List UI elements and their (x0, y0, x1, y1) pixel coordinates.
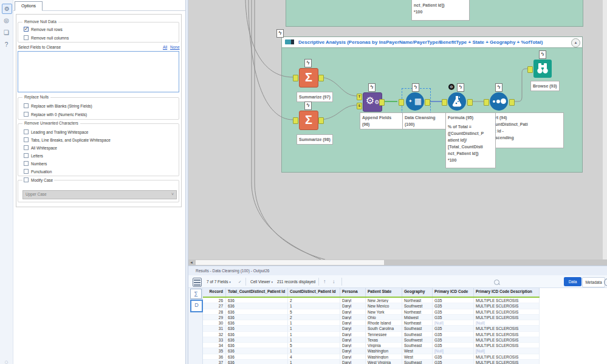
checkbox-icon[interactable] (24, 177, 29, 182)
input-anchor[interactable] (293, 117, 298, 124)
column-header[interactable]: Primary ICD Code (433, 288, 474, 297)
table-row: 356361DarylWashingtonWest[Null][Null] (203, 348, 540, 354)
apply-icon[interactable]: ✓ (238, 275, 241, 288)
checkbox-icon[interactable] (24, 112, 29, 117)
workflow-canvas[interactable]: nct_Patient Id]) *100 ϟ Descriptive Anal… (188, 0, 607, 259)
output-anchor[interactable] (509, 99, 515, 106)
checkbox-remove-null-rows[interactable]: Remove null rows (24, 27, 63, 32)
checkbox-all-whitespace[interactable]: All Whitespace (24, 145, 57, 151)
table-cell: 29 (203, 315, 226, 320)
scroll-up-icon[interactable]: ↑ (323, 275, 326, 288)
checkbox-icon[interactable] (24, 103, 29, 108)
output-anchor[interactable] (425, 99, 430, 106)
lightning-icon: ϟ (304, 101, 312, 110)
checkbox-modify-case[interactable]: Modify Case (22, 177, 54, 183)
input-anchor-s[interactable]: S (357, 103, 362, 109)
cell-viewer-dropdown[interactable]: Cell Viewer ▾ (250, 275, 273, 289)
formula-annotation: Formula (95) % of Total = ([CountDistinc… (445, 112, 496, 168)
checkbox-leading-trailing[interactable]: Leading and Trailing Whitespace (24, 129, 88, 135)
table-cell: Southeast (402, 332, 433, 337)
checkbox-icon[interactable] (24, 169, 29, 174)
table-cell: Southwest (402, 337, 433, 343)
column-header[interactable]: Geography (402, 288, 433, 297)
select-all-link[interactable]: All (163, 45, 167, 49)
table-cell: Virginia (366, 343, 402, 348)
output-anchor[interactable] (467, 99, 473, 106)
refresh-icon[interactable]: ◌ (2, 357, 11, 364)
column-header[interactable]: Patient State (366, 288, 402, 297)
checkbox-label: All Whitespace (31, 146, 57, 150)
checkbox-remove-null-columns[interactable]: Remove null columns (24, 35, 69, 41)
checkbox-icon[interactable] (24, 145, 29, 150)
column-header[interactable]: Record (203, 288, 226, 297)
checkbox-tabs-linebreaks[interactable]: Tabs, Line Breaks, and Duplicate Whitesp… (24, 137, 111, 143)
summarize-98-tool[interactable]: Σ (299, 111, 318, 130)
field-list-box[interactable] (18, 51, 179, 92)
column-header[interactable]: Persona (340, 288, 366, 297)
checkbox-letters[interactable]: Letters (24, 153, 43, 159)
metadata-button[interactable]: Metadata (582, 277, 605, 287)
browse-93-tool[interactable] (533, 60, 552, 78)
table-row: 286365DarylNew YorkNortheastG35MULTIPLE … (203, 309, 540, 315)
checkbox-icon[interactable] (24, 129, 29, 134)
input-anchor[interactable] (484, 99, 489, 106)
checkbox-icon[interactable] (24, 35, 29, 40)
canvas-horizontal-scrollbar[interactable]: ◄ (188, 259, 607, 266)
gear-icon[interactable]: ⚙ (2, 4, 12, 14)
table-cell: 31 (203, 326, 226, 331)
data-holder-icon[interactable]: D (190, 300, 203, 312)
table-cell: 1 (288, 348, 340, 354)
checkbox-punctuation[interactable]: Punctuation (24, 169, 52, 174)
scrollbar-thumb[interactable] (196, 260, 384, 265)
table-cell: 1 (288, 337, 340, 343)
table-cell: MULTIPLE SCLEROSIS (474, 354, 540, 360)
data-button[interactable]: Data (564, 277, 581, 286)
input-anchor[interactable] (527, 66, 533, 73)
summarize-97-tool[interactable]: Σ (299, 68, 318, 88)
column-header[interactable]: CountDistinct_Patient Id (288, 288, 340, 297)
table-cell: Northeast (402, 320, 433, 326)
checkbox-icon[interactable] (24, 161, 29, 166)
lightning-icon: ϟ (539, 50, 546, 59)
input-anchor[interactable] (399, 99, 404, 106)
checkbox-numbers[interactable]: Numbers (24, 161, 47, 167)
table-cell: 26 (203, 298, 226, 303)
lightning-icon: ϟ (495, 83, 502, 92)
checkbox-label: Replace with 0 (Numeric Fields) (31, 112, 87, 117)
table-cell: 636 (226, 360, 288, 364)
input-anchor[interactable] (293, 75, 298, 81)
input-anchor[interactable] (442, 99, 447, 106)
help-icon[interactable]: ? (2, 40, 11, 49)
data-cleansing-100-tool[interactable]: ▦ ✦ (406, 92, 424, 111)
sort-94-tool[interactable] (490, 92, 508, 111)
output-anchor[interactable] (318, 75, 324, 81)
scroll-left-arrow[interactable]: ◄ (188, 259, 194, 266)
input-anchor-t[interactable]: T (357, 94, 362, 100)
checkbox-icon[interactable] (24, 137, 29, 142)
output-anchor[interactable] (379, 99, 385, 106)
checkbox-replace-zero[interactable]: Replace with 0 (Numeric Fields) (24, 112, 87, 117)
table-cell: G35 (433, 332, 474, 337)
table-options-icon[interactable] (193, 278, 202, 287)
results-title-bar: Results - Data Cleansing (100) - Output2… (188, 266, 607, 275)
checkbox-replace-blanks[interactable]: Replace with Blanks (String Fields) (24, 103, 92, 109)
fields-dropdown[interactable]: 7 of 7 Fields ▾ (207, 275, 231, 289)
output-anchor[interactable] (318, 117, 324, 124)
column-header[interactable]: Total_CountDistinct_Patient Id (226, 288, 288, 297)
table-cell: Northeast (402, 309, 433, 315)
table-cell: Daryl (340, 348, 366, 354)
checkbox-label: Tabs, Line Breaks, and Duplicate Whitesp… (31, 138, 111, 142)
canvas-icon[interactable]: ◎ (2, 16, 11, 25)
select-none-link[interactable]: None (170, 45, 180, 49)
formula-95-tool[interactable] (448, 92, 466, 111)
checkbox-icon[interactable] (24, 153, 29, 158)
tab-options[interactable]: Options (15, 1, 43, 11)
case-select[interactable]: Upper Case ˅ (22, 190, 177, 199)
select-table-icon[interactable]: ∑ (190, 289, 202, 299)
scroll-down-icon[interactable]: ↓ (332, 275, 335, 288)
search-input[interactable] (491, 277, 564, 286)
column-header[interactable]: Primary ICD Code Description (474, 288, 540, 297)
checkbox-icon[interactable] (24, 27, 29, 32)
tag-icon[interactable]: ❏ (2, 28, 11, 37)
checkbox-label: Leading and Trailing Whitespace (31, 130, 88, 134)
